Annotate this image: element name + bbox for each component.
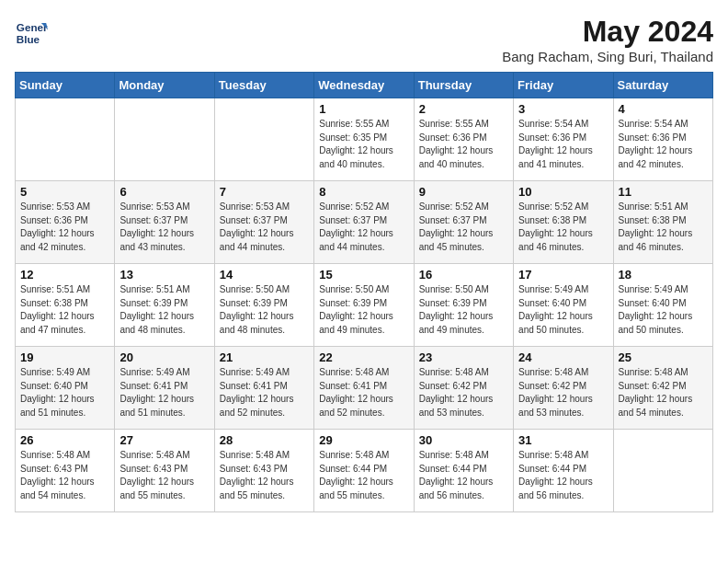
day-info: Sunrise: 5:49 AM Sunset: 6:40 PM Dayligh… — [20, 366, 109, 419]
day-number: 18 — [619, 268, 708, 282]
weekday-header-wednesday: Wednesday — [314, 73, 414, 98]
calendar-cell: 13Sunrise: 5:51 AM Sunset: 6:39 PM Dayli… — [115, 264, 214, 347]
calendar-week-1: 1Sunrise: 5:55 AM Sunset: 6:35 PM Daylig… — [16, 98, 713, 181]
day-info: Sunrise: 5:48 AM Sunset: 6:42 PM Dayligh… — [619, 366, 708, 419]
day-number: 22 — [319, 350, 408, 364]
calendar-table: SundayMondayTuesdayWednesdayThursdayFrid… — [15, 72, 713, 512]
calendar-cell: 9Sunrise: 5:52 AM Sunset: 6:37 PM Daylig… — [414, 181, 513, 264]
calendar-cell: 18Sunrise: 5:49 AM Sunset: 6:40 PM Dayli… — [613, 264, 712, 347]
day-info: Sunrise: 5:52 AM Sunset: 6:37 PM Dayligh… — [319, 201, 408, 254]
weekday-header-row: SundayMondayTuesdayWednesdayThursdayFrid… — [16, 73, 713, 98]
day-number: 15 — [319, 268, 408, 282]
calendar-cell: 10Sunrise: 5:52 AM Sunset: 6:38 PM Dayli… — [514, 181, 613, 264]
day-info: Sunrise: 5:50 AM Sunset: 6:39 PM Dayligh… — [220, 283, 309, 337]
day-info: Sunrise: 5:48 AM Sunset: 6:44 PM Dayligh… — [319, 449, 408, 502]
day-info: Sunrise: 5:54 AM Sunset: 6:36 PM Dayligh… — [619, 118, 708, 171]
calendar-cell: 7Sunrise: 5:53 AM Sunset: 6:37 PM Daylig… — [214, 181, 313, 264]
day-info: Sunrise: 5:51 AM Sunset: 6:38 PM Dayligh… — [619, 201, 708, 254]
day-info: Sunrise: 5:53 AM Sunset: 6:36 PM Dayligh… — [20, 201, 109, 254]
calendar-cell: 12Sunrise: 5:51 AM Sunset: 6:38 PM Dayli… — [16, 264, 115, 347]
day-info: Sunrise: 5:49 AM Sunset: 6:41 PM Dayligh… — [119, 366, 209, 419]
day-info: Sunrise: 5:50 AM Sunset: 6:39 PM Dayligh… — [419, 283, 508, 337]
day-info: Sunrise: 5:51 AM Sunset: 6:38 PM Dayligh… — [20, 283, 109, 337]
day-number: 6 — [119, 185, 209, 199]
calendar-cell: 27Sunrise: 5:48 AM Sunset: 6:43 PM Dayli… — [115, 430, 214, 512]
day-number: 16 — [419, 268, 508, 282]
weekday-header-monday: Monday — [115, 73, 214, 98]
weekday-header-thursday: Thursday — [414, 73, 513, 98]
day-info: Sunrise: 5:53 AM Sunset: 6:37 PM Dayligh… — [220, 201, 309, 254]
day-info: Sunrise: 5:49 AM Sunset: 6:41 PM Dayligh… — [220, 366, 309, 419]
calendar-cell: 22Sunrise: 5:48 AM Sunset: 6:41 PM Dayli… — [314, 347, 414, 430]
calendar-cell — [16, 98, 115, 181]
day-number: 24 — [518, 350, 608, 364]
day-info: Sunrise: 5:51 AM Sunset: 6:39 PM Dayligh… — [119, 283, 209, 337]
calendar-cell: 4Sunrise: 5:54 AM Sunset: 6:36 PM Daylig… — [613, 98, 712, 181]
calendar-cell: 6Sunrise: 5:53 AM Sunset: 6:37 PM Daylig… — [115, 181, 214, 264]
calendar-cell: 28Sunrise: 5:48 AM Sunset: 6:43 PM Dayli… — [214, 430, 313, 512]
logo-icon: General Blue — [15, 15, 48, 48]
weekday-header-sunday: Sunday — [16, 73, 115, 98]
day-number: 9 — [419, 185, 508, 199]
weekday-header-tuesday: Tuesday — [214, 73, 313, 98]
calendar-cell: 2Sunrise: 5:55 AM Sunset: 6:36 PM Daylig… — [414, 98, 513, 181]
day-info: Sunrise: 5:48 AM Sunset: 6:43 PM Dayligh… — [220, 449, 309, 502]
day-number: 13 — [119, 268, 209, 282]
day-number: 11 — [619, 185, 708, 199]
day-info: Sunrise: 5:52 AM Sunset: 6:38 PM Dayligh… — [518, 201, 608, 254]
day-info: Sunrise: 5:48 AM Sunset: 6:42 PM Dayligh… — [419, 366, 508, 419]
calendar-cell: 19Sunrise: 5:49 AM Sunset: 6:40 PM Dayli… — [16, 347, 115, 430]
day-number: 26 — [20, 433, 109, 447]
day-number: 1 — [319, 102, 408, 116]
calendar-cell: 11Sunrise: 5:51 AM Sunset: 6:38 PM Dayli… — [613, 181, 712, 264]
calendar-cell: 21Sunrise: 5:49 AM Sunset: 6:41 PM Dayli… — [214, 347, 313, 430]
calendar-cell: 31Sunrise: 5:48 AM Sunset: 6:44 PM Dayli… — [514, 430, 613, 512]
calendar-cell: 8Sunrise: 5:52 AM Sunset: 6:37 PM Daylig… — [314, 181, 414, 264]
calendar-cell: 30Sunrise: 5:48 AM Sunset: 6:44 PM Dayli… — [414, 430, 513, 512]
weekday-header-saturday: Saturday — [613, 73, 712, 98]
day-number: 10 — [518, 185, 608, 199]
subtitle: Bang Racham, Sing Buri, Thailand — [502, 49, 713, 64]
calendar-cell: 20Sunrise: 5:49 AM Sunset: 6:41 PM Dayli… — [115, 347, 214, 430]
day-info: Sunrise: 5:55 AM Sunset: 6:35 PM Dayligh… — [319, 118, 408, 171]
calendar-cell — [115, 98, 214, 181]
day-info: Sunrise: 5:48 AM Sunset: 6:43 PM Dayligh… — [119, 449, 209, 502]
day-info: Sunrise: 5:52 AM Sunset: 6:37 PM Dayligh… — [419, 201, 508, 254]
day-info: Sunrise: 5:50 AM Sunset: 6:39 PM Dayligh… — [319, 283, 408, 337]
day-info: Sunrise: 5:53 AM Sunset: 6:37 PM Dayligh… — [119, 201, 209, 254]
day-number: 23 — [419, 350, 508, 364]
main-title: May 2024 — [502, 15, 713, 49]
day-number: 25 — [619, 350, 708, 364]
logo: General Blue — [15, 15, 48, 48]
svg-text:General: General — [17, 21, 48, 33]
weekday-header-friday: Friday — [514, 73, 613, 98]
calendar-cell: 5Sunrise: 5:53 AM Sunset: 6:36 PM Daylig… — [16, 181, 115, 264]
day-number: 27 — [119, 433, 209, 447]
day-number: 7 — [220, 185, 309, 199]
day-number: 4 — [619, 102, 708, 116]
title-block: May 2024 Bang Racham, Sing Buri, Thailan… — [502, 15, 713, 64]
day-info: Sunrise: 5:48 AM Sunset: 6:42 PM Dayligh… — [518, 366, 608, 419]
day-number: 3 — [518, 102, 608, 116]
calendar-cell: 14Sunrise: 5:50 AM Sunset: 6:39 PM Dayli… — [214, 264, 313, 347]
calendar-week-5: 26Sunrise: 5:48 AM Sunset: 6:43 PM Dayli… — [16, 430, 713, 512]
day-info: Sunrise: 5:48 AM Sunset: 6:41 PM Dayligh… — [319, 366, 408, 419]
day-number: 2 — [419, 102, 508, 116]
day-info: Sunrise: 5:49 AM Sunset: 6:40 PM Dayligh… — [619, 283, 708, 337]
day-number: 5 — [20, 185, 109, 199]
svg-text:Blue: Blue — [17, 33, 40, 45]
day-info: Sunrise: 5:48 AM Sunset: 6:44 PM Dayligh… — [518, 449, 608, 502]
calendar-cell — [214, 98, 313, 181]
calendar-cell: 1Sunrise: 5:55 AM Sunset: 6:35 PM Daylig… — [314, 98, 414, 181]
day-number: 20 — [119, 350, 209, 364]
calendar-cell: 15Sunrise: 5:50 AM Sunset: 6:39 PM Dayli… — [314, 264, 414, 347]
day-number: 28 — [220, 433, 309, 447]
calendar-body: 1Sunrise: 5:55 AM Sunset: 6:35 PM Daylig… — [16, 98, 713, 512]
day-info: Sunrise: 5:48 AM Sunset: 6:44 PM Dayligh… — [419, 449, 508, 502]
day-number: 31 — [518, 433, 608, 447]
calendar-cell: 25Sunrise: 5:48 AM Sunset: 6:42 PM Dayli… — [613, 347, 712, 430]
day-number: 29 — [319, 433, 408, 447]
calendar-cell: 24Sunrise: 5:48 AM Sunset: 6:42 PM Dayli… — [514, 347, 613, 430]
day-number: 8 — [319, 185, 408, 199]
calendar-cell: 26Sunrise: 5:48 AM Sunset: 6:43 PM Dayli… — [16, 430, 115, 512]
